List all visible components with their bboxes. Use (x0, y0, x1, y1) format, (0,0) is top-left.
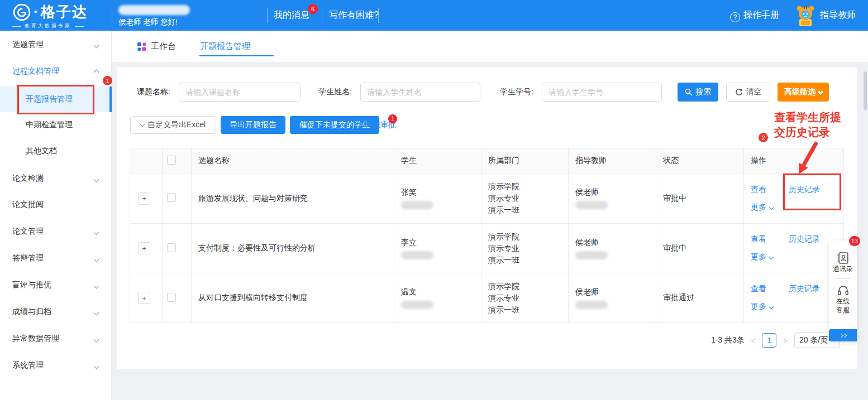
topic-title-cell: 支付制度：必要性及可行性的分析 (192, 224, 394, 273)
next-page-button[interactable]: > (782, 336, 789, 345)
online-service-button[interactable]: 在线 客服 (829, 284, 857, 315)
collapse-panel-button[interactable] (829, 329, 857, 341)
student-id-label: 学生学号: (500, 87, 533, 97)
sidebar-item-paper-mgmt[interactable]: 论文管理 (0, 219, 112, 244)
tagline-dash-left (12, 26, 21, 27)
history-link[interactable]: 历史记录 (789, 185, 820, 195)
writing-help-link[interactable]: 写作有困难? (329, 9, 379, 21)
more-link[interactable]: 更多 (751, 203, 843, 213)
sidebar-item-abnormal-data[interactable]: 异常数据管理 (0, 326, 112, 351)
expand-row-button[interactable]: + (138, 292, 150, 304)
sidebar-item-label: 论文检测 (0, 174, 44, 184)
advanced-filter-button[interactable]: 高级筛选 (778, 83, 829, 102)
redacted-text (575, 301, 608, 309)
dept-line: 演示一班 (488, 304, 568, 316)
prev-page-button[interactable]: < (750, 336, 757, 345)
chevron-up-icon (94, 70, 99, 75)
custom-export-excel-button[interactable]: 自定义导出Excel (130, 116, 216, 134)
col-title: 选题名称 (192, 148, 394, 174)
expand-row-button[interactable]: + (138, 192, 150, 205)
history-link[interactable]: 历史记录 (789, 234, 820, 244)
brand-name: 格子达 (41, 2, 88, 22)
row-checkbox[interactable] (167, 293, 176, 302)
expand-row-button[interactable]: + (138, 242, 150, 254)
col-dept: 所属部门 (481, 148, 569, 174)
sidebar-item-label: 盲评与推优 (0, 280, 51, 290)
search-icon (685, 88, 693, 96)
sidebar-item-process-docs[interactable]: 过程文档管理 (0, 59, 112, 84)
sidebar-item-topic-mgmt[interactable]: 选题管理 (0, 32, 112, 57)
page-number-button[interactable]: 1 (762, 333, 776, 348)
sidebar-item-label: 异常数据管理 (0, 334, 59, 344)
redacted-text (401, 301, 433, 309)
header-divider (112, 8, 112, 23)
gezida-logo-icon (12, 3, 31, 22)
tab-workbench[interactable]: 工作台 (137, 31, 176, 62)
sidebar-item-paper-review[interactable]: 论文批阅 (0, 192, 112, 218)
dept-line: 演示学院 (488, 231, 568, 243)
manual-link[interactable]: ?操作手册 (730, 9, 779, 22)
pending-approval-badge: 1 (388, 114, 397, 123)
chevron-down-icon (769, 305, 774, 309)
chevron-down-icon (769, 255, 774, 259)
chevron-down-icon (94, 230, 99, 235)
clear-label: 清空 (746, 87, 762, 97)
export-report-label: 导出开题报告 (230, 120, 276, 130)
contacts-label: 通讯录 (833, 264, 853, 273)
teacher-cell: 侯老师 (569, 273, 656, 323)
topic-name-input[interactable] (179, 83, 301, 102)
sidebar-item-midterm-check[interactable]: 中期检查管理 (0, 112, 112, 138)
sidebar-item-system-mgmt[interactable]: 系统管理 (0, 353, 112, 378)
tagline-dash-right (75, 26, 84, 27)
sidebar-item-other-docs[interactable]: 其他文档 (0, 138, 112, 164)
student-name-input[interactable] (360, 83, 480, 102)
mascot-icon (794, 4, 817, 27)
view-link[interactable]: 查看 (751, 284, 766, 294)
more-label: 更多 (751, 302, 766, 312)
col-status: 状态 (656, 148, 744, 174)
dept-line: 演示学院 (488, 281, 568, 292)
sidebar-item-proposal-report[interactable]: 开题报告管理 (0, 86, 112, 112)
sidebar-item-paper-check[interactable]: 论文检测 (0, 166, 112, 191)
search-button[interactable]: 搜索 (678, 83, 718, 102)
tab-label: 开题报告管理 (200, 41, 250, 52)
manual-label: 操作手册 (743, 10, 779, 20)
topic-title-cell: 旅游发展现状、问题与对策研究 (192, 174, 394, 224)
redacted-text (401, 201, 433, 209)
contacts-button[interactable]: 通讯录 (829, 252, 857, 273)
status-cell: 审批中 (656, 224, 744, 273)
view-link[interactable]: 查看 (751, 234, 766, 244)
dept-cell: 演示学院 演示专业 演示一班 (481, 273, 569, 323)
messages-badge: 6 (308, 4, 318, 14)
sidebar-item-defense-mgmt[interactable]: 答辩管理 (0, 245, 112, 271)
pending-approval-link[interactable]: 待我审批 1 (365, 120, 396, 130)
pagination: 1-3 共3条 < 1 > 20 条/页 (711, 332, 840, 348)
page-scrollbar-thumb[interactable] (864, 71, 867, 110)
student-cell: 张笑 (394, 174, 481, 224)
workbench-grid-icon (137, 42, 146, 51)
top-header: · 格子达 教育大数据专家 侯老师 老师 您好! 我的消息 6 写作有困难? ?… (0, 0, 868, 31)
sidebar-item-label: 论文批阅 (0, 200, 44, 210)
tab-proposal-report-mgmt[interactable]: 开题报告管理 (200, 31, 250, 62)
redacted-text (575, 201, 608, 209)
student-id-input[interactable] (542, 83, 662, 102)
clear-button[interactable]: 清空 (726, 83, 770, 102)
row-checkbox[interactable] (167, 243, 176, 252)
sidebar-item-label: 论文管理 (0, 226, 44, 237)
proposal-table: 选题名称 学生 所属部门 指导教师 状态 操作 + 旅游发展现状、问题与对策研究… (130, 148, 844, 323)
content-card: 课题名称: 学生姓名: 学生学号: 搜索 清空 高级筛选 自定义导出Excel … (117, 67, 857, 369)
status-cell: 审批中 (656, 174, 744, 224)
export-report-button[interactable]: 导出开题报告 (221, 116, 285, 134)
select-all-checkbox[interactable] (167, 156, 176, 165)
chevron-down-icon (94, 43, 99, 49)
view-link[interactable]: 查看 (751, 185, 766, 195)
table-row: + 旅游发展现状、问题与对策研究 张笑 演示学院 演示专业 演示一班 侯老师 审… (130, 174, 844, 224)
more-label: 更多 (751, 203, 766, 213)
history-link[interactable]: 历史记录 (789, 284, 820, 294)
sidebar-item-grades-archive[interactable]: 成绩与归档 (0, 299, 112, 325)
row-checkbox[interactable] (167, 193, 176, 202)
sidebar-item-blind-review[interactable]: 盲评与推优 (0, 272, 112, 298)
my-messages-link[interactable]: 我的消息 (274, 9, 309, 21)
chevron-down-icon (94, 257, 99, 262)
panel-divider (835, 278, 851, 279)
